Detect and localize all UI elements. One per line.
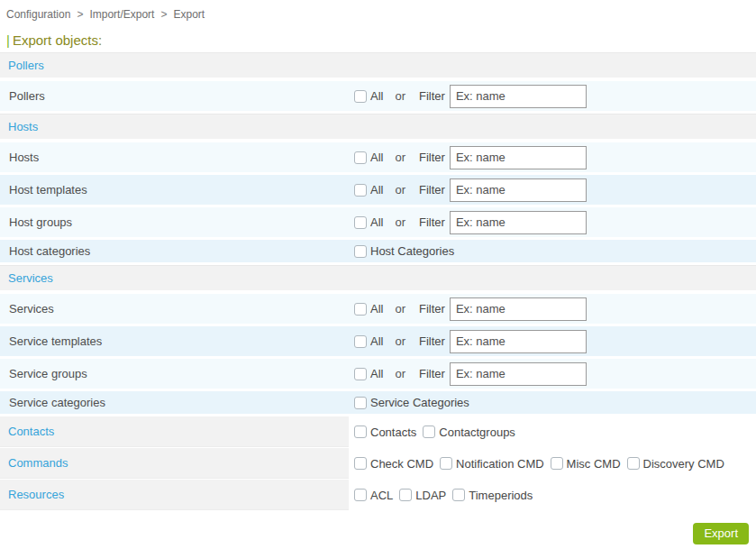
row-controls: All or Filter (354, 178, 587, 202)
row-controls: All or Filter (354, 85, 587, 108)
section-header-services: Services (0, 265, 756, 290)
or-label: or (395, 151, 405, 164)
host-categories-checkbox[interactable] (354, 245, 367, 258)
row-service-templates: Service templates All or Filter (0, 326, 756, 356)
filter-input-service-groups[interactable] (450, 362, 587, 386)
group-label-resources: Resources (0, 480, 349, 510)
all-checkbox-service-groups[interactable] (354, 368, 367, 380)
filter-label: Filter (419, 215, 445, 229)
row-resources: Resources ACL LDAP Timeperiods (0, 480, 756, 510)
group-controls: ACL LDAP Timeperiods (349, 480, 539, 510)
export-objects-table: Pollers Pollers All or Filter Hosts Host… (0, 52, 756, 510)
row-label-services: Services (0, 302, 354, 316)
row-label-hosts: Hosts (0, 151, 354, 164)
service-categories-checkbox[interactable] (354, 397, 367, 409)
section-header-hosts: Hosts (0, 114, 756, 139)
filter-label: Filter (419, 151, 445, 164)
all-checkbox-host-groups[interactable] (354, 216, 367, 229)
notification-cmd-checkbox[interactable] (440, 457, 452, 470)
filter-input-services[interactable] (450, 297, 587, 321)
filter-label: Filter (419, 334, 445, 348)
breadcrumb-item-import-export[interactable]: Import/Export (89, 8, 154, 21)
or-label: or (395, 89, 405, 103)
row-label-host-templates: Host templates (0, 183, 354, 197)
filter-label: Filter (419, 367, 445, 380)
filter-input-host-groups[interactable] (450, 211, 587, 234)
row-controls: Service Categories (354, 396, 476, 409)
footer: Export (0, 511, 756, 544)
all-checkbox-pollers[interactable] (354, 90, 367, 103)
row-controls: All or Filter (354, 330, 587, 353)
breadcrumb-item-export[interactable]: Export (173, 8, 205, 21)
or-label: or (395, 367, 405, 380)
all-label: All (370, 89, 383, 103)
section-header-pollers: Pollers (0, 52, 756, 78)
discovery-cmd-checkbox-label: Discovery CMD (643, 457, 724, 471)
row-controls: Host Categories (354, 244, 460, 258)
row-host-groups: Host groups All or Filter (0, 207, 756, 237)
timeperiods-checkbox[interactable] (452, 489, 465, 501)
all-label: All (370, 215, 383, 229)
row-service-groups: Service groups All or Filter (0, 359, 756, 389)
row-host-categories: Host categories Host Categories (0, 240, 756, 262)
all-checkbox-host-templates[interactable] (354, 184, 367, 197)
ldap-checkbox[interactable] (399, 489, 412, 501)
misc-cmd-checkbox[interactable] (551, 457, 563, 470)
all-label: All (370, 334, 383, 348)
acl-checkbox[interactable] (354, 489, 367, 501)
row-label-service-groups: Service groups (0, 367, 354, 380)
filter-label: Filter (419, 89, 445, 103)
or-label: or (395, 302, 405, 316)
row-services: Services All or Filter (0, 294, 756, 324)
host-categories-checkbox-label: Host Categories (370, 244, 454, 258)
all-label: All (370, 367, 383, 380)
row-label-service-templates: Service templates (0, 334, 354, 348)
or-label: or (395, 215, 405, 229)
notification-cmd-checkbox-label: Notification CMD (456, 457, 544, 471)
row-label-service-categories: Service categories (0, 396, 354, 409)
filter-input-hosts[interactable] (450, 146, 587, 169)
timeperiods-checkbox-label: Timeperiods (469, 489, 533, 502)
row-controls: All or Filter (354, 297, 587, 321)
group-label-contacts: Contacts (0, 416, 349, 447)
filter-input-pollers[interactable] (450, 85, 587, 108)
ldap-checkbox-label: LDAP (415, 489, 446, 502)
contactgroups-checkbox[interactable] (423, 425, 435, 438)
breadcrumb: Configuration>Import/Export>Export (0, 0, 756, 21)
row-label-pollers: Pollers (0, 89, 354, 103)
all-label: All (370, 302, 383, 316)
row-commands: Commands Check CMD Notification CMD Misc… (0, 448, 756, 479)
title-marker: | (6, 32, 10, 48)
or-label: or (395, 183, 405, 197)
check-cmd-checkbox-label: Check CMD (370, 457, 433, 471)
filter-input-service-templates[interactable] (450, 330, 587, 353)
breadcrumb-item-configuration[interactable]: Configuration (6, 8, 70, 21)
group-label-commands: Commands (0, 448, 349, 479)
contacts-checkbox[interactable] (354, 425, 367, 438)
row-pollers: Pollers All or Filter (0, 81, 756, 111)
row-contacts: Contacts Contacts Contactgroups (0, 416, 756, 447)
export-button[interactable]: Export (693, 523, 749, 544)
all-checkbox-hosts[interactable] (354, 151, 367, 164)
row-label-host-categories: Host categories (0, 244, 354, 258)
service-categories-checkbox-label: Service Categories (370, 396, 469, 409)
page-title-text: Export objects: (13, 32, 102, 48)
contactgroups-checkbox-label: Contactgroups (439, 425, 515, 439)
all-checkbox-service-templates[interactable] (354, 335, 367, 348)
filter-input-host-templates[interactable] (450, 178, 587, 202)
all-label: All (370, 183, 383, 197)
or-label: or (395, 334, 405, 348)
breadcrumb-separator: > (77, 8, 83, 21)
all-checkbox-services[interactable] (354, 303, 367, 316)
filter-label: Filter (419, 183, 445, 197)
row-hosts: Hosts All or Filter (0, 142, 756, 172)
misc-cmd-checkbox-label: Misc CMD (567, 457, 621, 471)
breadcrumb-separator: > (160, 8, 167, 21)
acl-checkbox-label: ACL (370, 489, 393, 502)
page-title: |Export objects: (6, 32, 756, 48)
check-cmd-checkbox[interactable] (354, 457, 367, 470)
discovery-cmd-checkbox[interactable] (627, 457, 640, 470)
contacts-checkbox-label: Contacts (370, 425, 416, 439)
group-controls: Contacts Contactgroups (349, 416, 522, 447)
row-service-categories: Service categories Service Categories (0, 391, 756, 414)
